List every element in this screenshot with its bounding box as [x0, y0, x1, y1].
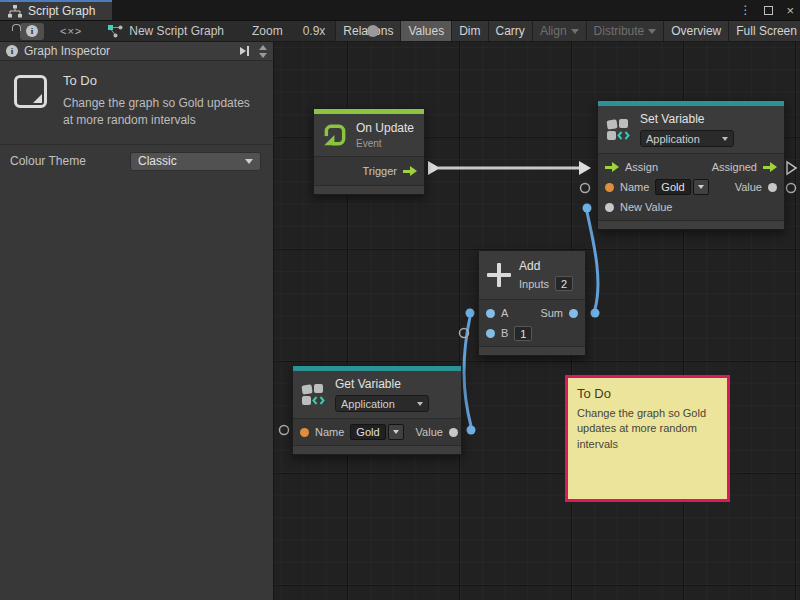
value-output-port[interactable] [449, 428, 458, 437]
chevron-down-icon [571, 29, 579, 34]
toolbar-buttons: Relations Values Dim Carry Align Distrib… [335, 20, 800, 42]
flow-output-port[interactable] [763, 162, 777, 172]
graph-toolbar: i <×> New Script Graph Zoom 0.9x Relatio… [0, 20, 800, 42]
new-value-input-port[interactable] [605, 203, 614, 212]
variable-scope-select[interactable]: Application [335, 395, 429, 412]
align-button[interactable]: Align [532, 20, 586, 42]
inputs-label: Inputs [519, 278, 549, 290]
variable-name-select[interactable]: Gold [655, 179, 708, 195]
node-footer [479, 346, 585, 355]
overview-button[interactable]: Overview [663, 20, 728, 42]
new-graph-label: New Script Graph [129, 24, 224, 38]
inspector-toggle-button[interactable]: i [20, 23, 44, 40]
chevron-down-icon [648, 29, 656, 34]
variable-name-value: Gold [350, 424, 385, 440]
dock-panel-icon[interactable] [240, 46, 249, 56]
node-footer [598, 220, 784, 229]
close-icon[interactable]: × [786, 4, 794, 17]
chevron-down-icon [722, 137, 728, 141]
variable-scope-select[interactable]: Application [640, 130, 734, 147]
scope-value: Application [341, 398, 417, 410]
b-port-label: B [501, 327, 508, 339]
carry-button[interactable]: Carry [488, 20, 532, 42]
a-input-port[interactable] [486, 309, 495, 318]
todo-title: To Do [63, 73, 251, 88]
wire-getvalue-to-a [464, 309, 475, 435]
sticky-note-icon [14, 75, 47, 108]
variable-name-value: Gold [655, 179, 690, 195]
colour-theme-label: Colour Theme [10, 154, 130, 168]
graph-inspector-panel: i Graph Inspector To Do Change the graph… [0, 42, 274, 600]
value-port-label: Value [735, 181, 762, 193]
node-add[interactable]: Add Inputs 2 A Sum [478, 250, 586, 356]
b-input-port[interactable] [486, 329, 495, 338]
inspector-header: i Graph Inspector [0, 42, 273, 61]
fullscreen-button[interactable]: Full Screen [728, 20, 800, 42]
scroll-arrows[interactable] [259, 45, 267, 58]
port-endpoint-setvar-value [787, 184, 796, 193]
new-script-graph-button[interactable]: New Script Graph [108, 24, 224, 38]
node-title: Get Variable [335, 377, 429, 391]
name-input-port[interactable] [300, 428, 309, 437]
graph-icon [8, 5, 22, 18]
distribute-label: Distribute [594, 24, 645, 38]
trigger-port-label: Trigger [363, 165, 397, 177]
variable-icon [301, 383, 327, 406]
zoom-slider-handle[interactable] [367, 25, 379, 37]
distribute-button[interactable]: Distribute [586, 20, 664, 42]
window-menu-icon[interactable]: ⋮ [739, 3, 751, 17]
tab-script-graph[interactable]: Script Graph [0, 0, 112, 20]
on-update-icon [322, 122, 348, 148]
zoom-label: Zoom [252, 24, 283, 38]
port-endpoint-getvar-name [280, 426, 289, 435]
a-port-label: A [501, 307, 508, 319]
info-icon: i [26, 25, 38, 37]
maximize-icon[interactable] [764, 6, 773, 15]
sticky-note-text: Change the graph so Gold updates at more… [577, 406, 718, 452]
align-label: Align [540, 24, 567, 38]
value-output-port[interactable] [768, 183, 777, 192]
graph-canvas[interactable]: On Update Event Trigger [274, 42, 800, 600]
assign-port-label: Assign [625, 161, 658, 173]
plus-icon [487, 263, 511, 287]
zoom-value: 0.9x [303, 24, 326, 38]
sticky-note[interactable]: To Do Change the graph so Gold updates a… [565, 375, 730, 502]
arrow-up-icon[interactable] [259, 45, 267, 50]
code-view-icon[interactable]: <×> [60, 25, 82, 37]
node-on-update[interactable]: On Update Event Trigger [313, 108, 425, 195]
node-title: On Update [356, 121, 414, 135]
node-footer [314, 185, 424, 194]
node-footer [293, 445, 461, 454]
inputs-count-field[interactable]: 2 [555, 276, 573, 291]
colour-theme-select[interactable]: Classic [130, 152, 261, 171]
variable-icon [606, 118, 632, 141]
variable-name-select[interactable]: Gold [350, 424, 403, 440]
inspector-title: Graph Inspector [24, 44, 110, 58]
arrow-down-icon[interactable] [259, 53, 267, 58]
sticky-note-title: To Do [577, 386, 718, 401]
tab-label: Script Graph [28, 4, 95, 18]
name-port-label: Name [315, 426, 344, 438]
port-endpoint-add-b [460, 329, 469, 338]
flow-input-port[interactable] [605, 162, 619, 172]
title-bar: Script Graph ⋮ × [0, 0, 800, 20]
chevron-down-icon [417, 402, 423, 406]
value-port-label: Value [416, 426, 443, 438]
chevron-down-icon[interactable] [388, 424, 404, 440]
node-get-variable[interactable]: Get Variable Application Name Gold [292, 365, 462, 455]
flow-output-port[interactable] [403, 166, 417, 176]
sum-output-port[interactable] [569, 309, 578, 318]
colour-theme-value: Classic [138, 154, 177, 168]
new-value-port-label: New Value [620, 201, 672, 213]
chevron-down-icon[interactable] [693, 179, 709, 195]
values-button[interactable]: Values [400, 20, 451, 42]
chevron-down-icon [245, 159, 253, 164]
dim-button[interactable]: Dim [451, 20, 487, 42]
assigned-port-label: Assigned [712, 161, 757, 173]
port-endpoint-assigned [787, 162, 796, 174]
node-title: Set Variable [640, 112, 734, 126]
b-value-field[interactable]: 1 [514, 326, 532, 341]
node-set-variable[interactable]: Set Variable Application Assign Assigned [597, 100, 785, 230]
scope-value: Application [646, 133, 722, 145]
name-input-port[interactable] [605, 183, 614, 192]
